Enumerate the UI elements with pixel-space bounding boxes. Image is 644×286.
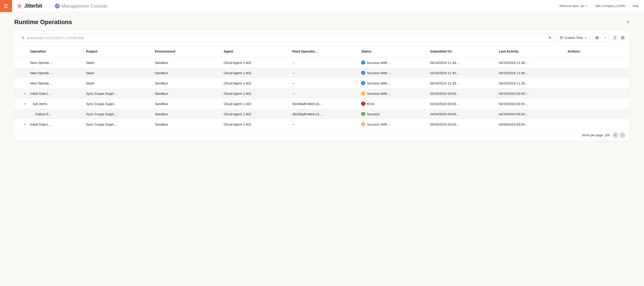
operation-name: New Operati… <box>30 61 52 65</box>
cell-environment: Sandbox <box>153 119 222 129</box>
page-header: Runtime Operations <box>14 19 630 26</box>
cell-root: 0bc5dadf-e8c8-41… <box>291 109 360 119</box>
save-button-group <box>592 33 609 42</box>
table-row[interactable]: Failure E…Sync Coupa Suppl…SandboxCloud … <box>14 109 630 119</box>
console-title: Management Console <box>62 3 107 9</box>
page-title: Runtime Operations <box>14 19 72 26</box>
refresh-button[interactable] <box>612 33 618 42</box>
save-button[interactable] <box>593 34 601 42</box>
cell-actions <box>566 78 630 88</box>
next-page-button[interactable] <box>620 132 626 138</box>
svg-point-5 <box>22 37 24 38</box>
operations-table: Operation Project Environment Agent Root… <box>14 45 630 129</box>
cell-last: 04/10/2024 11:48… <box>497 57 566 68</box>
calendar-icon <box>560 36 563 39</box>
company-label[interactable]: ABC Company (12345) <box>595 4 625 7</box>
cell-submitted: 04/10/2024 03:00… <box>428 88 497 98</box>
cell-actions <box>566 109 630 119</box>
cell-project: Sync Coupa Suppl… <box>84 119 153 129</box>
time-range-dropdown[interactable]: Custom Time <box>557 33 590 42</box>
cell-last: 04/10/2024 11:35… <box>497 78 566 88</box>
svg-point-3 <box>57 5 58 6</box>
col-agent[interactable]: Agent <box>222 45 291 57</box>
cell-root: -- <box>291 57 360 68</box>
logo-area: Jitterbit <box>12 3 46 9</box>
cell-root: -- <box>291 78 360 88</box>
expand-icon[interactable] <box>24 123 26 126</box>
console-title-area: Management Console <box>55 3 107 9</box>
chevron-right-icon <box>622 134 624 136</box>
chevron-left-icon <box>614 134 616 136</box>
prev-page-button[interactable] <box>612 132 618 138</box>
cell-root: -- <box>291 119 360 129</box>
columns-icon <box>621 36 624 39</box>
status-text: Success With … <box>367 81 392 85</box>
cell-submitted: 04/10/2024 11:48… <box>428 57 497 68</box>
toolbar: Custom Time <box>14 30 630 45</box>
help-link[interactable]: Help <box>632 4 639 7</box>
search-input[interactable] <box>27 36 546 40</box>
save-icon <box>596 36 598 39</box>
col-actions[interactable]: Actions <box>566 45 630 57</box>
gear-icon <box>626 20 630 24</box>
items-per-page-label[interactable]: Items per page: 100 <box>582 133 610 137</box>
table-footer: Items per page: 100 <box>14 129 630 141</box>
header-right: Welcome back, Jan ABC Company (12345) He… <box>560 4 644 8</box>
chevron-down-icon <box>585 37 587 39</box>
cell-agent: Cloud Agent 1-402 <box>222 78 291 88</box>
columns-button[interactable] <box>620 33 626 42</box>
welcome-text: Welcome back, Jan <box>560 4 585 7</box>
cell-environment: Sandbox <box>153 68 222 78</box>
operation-name: Initial Data L… <box>30 122 52 126</box>
cell-project: Sync Coupa Suppl… <box>84 88 153 98</box>
table-row[interactable]: New Operati…SlackSandboxCloud Agent 1-40… <box>14 68 630 78</box>
status-icon <box>361 122 365 126</box>
col-root[interactable]: Root Operatio… <box>291 45 360 57</box>
jitterbit-logo-icon <box>16 3 22 9</box>
cell-environment: Sandbox <box>153 88 222 98</box>
divider <box>629 4 629 8</box>
refresh-icon <box>613 36 616 39</box>
table-row[interactable]: New Operati…SlackSandboxCloud Agent 1-40… <box>14 57 630 68</box>
collapse-icon[interactable] <box>24 103 26 105</box>
brand-name: Jitterbit <box>24 3 42 9</box>
collapse-icon[interactable] <box>24 92 26 95</box>
status-icon <box>361 60 365 65</box>
welcome-dropdown[interactable]: Welcome back, Jan <box>560 4 588 7</box>
menu-toggle-button[interactable] <box>0 0 12 12</box>
clear-search-button[interactable] <box>548 36 551 40</box>
svg-rect-2 <box>4 7 8 8</box>
col-project[interactable]: Project <box>84 45 153 57</box>
operation-name: Initial Data L… <box>30 92 52 95</box>
svg-rect-15 <box>596 38 598 39</box>
svg-rect-1 <box>4 6 7 6</box>
operation-name: Failure E… <box>36 112 52 116</box>
status-text: Success With … <box>367 92 392 95</box>
console-gauge-icon <box>55 3 60 8</box>
cell-agent: Cloud Agent 1-402 <box>222 98 291 109</box>
hamburger-icon <box>3 3 9 9</box>
col-submitted[interactable]: Submitted On <box>428 45 497 57</box>
cell-last: 04/10/2024 11:40… <box>497 68 566 78</box>
svg-rect-0 <box>4 4 8 5</box>
cell-project: Slack <box>84 68 153 78</box>
cell-actions <box>566 88 630 98</box>
table-row[interactable]: New Operati…SlackSandboxCloud Agent 1-40… <box>14 78 630 88</box>
save-dropdown-button[interactable] <box>601 34 609 42</box>
table-header-row: Operation Project Environment Agent Root… <box>14 45 630 57</box>
status-icon <box>361 91 365 95</box>
col-status[interactable]: Status <box>359 45 428 57</box>
table-row[interactable]: Initial Data L…Sync Coupa Suppl…SandboxC… <box>14 119 630 129</box>
col-environment[interactable]: Environment <box>153 45 222 57</box>
table-row[interactable]: Get ItemsSync Coupa Suppl…SandboxCloud A… <box>14 98 630 109</box>
status-text: Success <box>367 112 380 116</box>
cell-environment: Sandbox <box>153 78 222 88</box>
cell-environment: Sandbox <box>153 57 222 68</box>
cell-environment: Sandbox <box>153 98 222 109</box>
table-row[interactable]: Initial Data L…Sync Coupa Suppl…SandboxC… <box>14 88 630 98</box>
settings-button[interactable] <box>626 20 630 24</box>
col-operation[interactable]: Operation <box>28 45 84 57</box>
status-text: Error <box>367 102 374 106</box>
status-icon <box>361 71 365 75</box>
col-last[interactable]: Last Activity <box>497 45 566 57</box>
